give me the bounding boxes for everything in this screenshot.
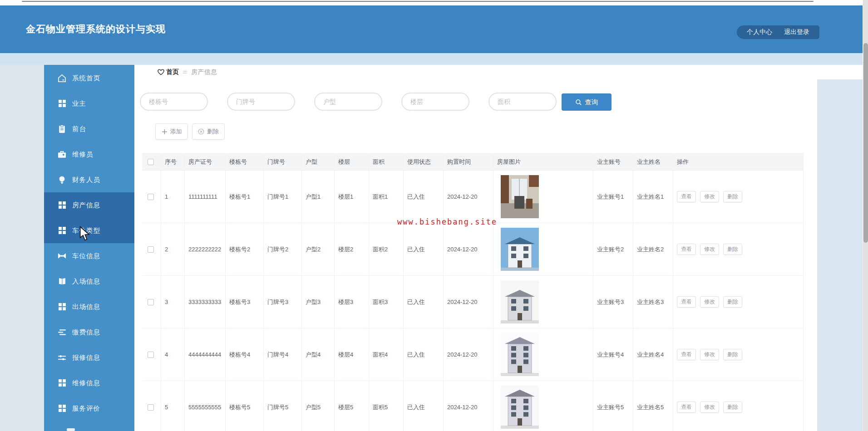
cell-seq: 2 xyxy=(161,223,185,275)
sidebar-item-3[interactable]: 前台 xyxy=(44,116,134,142)
sidebar-item-1[interactable]: 系统首页 xyxy=(44,65,134,91)
cell-owner_account: 业主账号2 xyxy=(593,223,633,275)
column-header-door: 门牌号 xyxy=(264,154,302,170)
edit-button[interactable]: 修改 xyxy=(700,402,719,413)
row-checkbox[interactable] xyxy=(148,194,154,200)
select-all-checkbox[interactable] xyxy=(148,159,154,165)
cell-unit_type: 户型2 xyxy=(302,223,335,275)
cell-floor: 楼层4 xyxy=(335,328,369,381)
sidebar-item-4[interactable]: 维修员 xyxy=(44,142,134,167)
cell-seq: 5 xyxy=(161,381,185,431)
cell-photo xyxy=(493,381,593,431)
cell-status: 已入住 xyxy=(404,223,444,275)
delete-row-button[interactable]: 删除 xyxy=(723,244,742,255)
sidebar-item-8[interactable]: 车位信息 xyxy=(44,243,134,269)
cell-door: 门牌号4 xyxy=(264,328,302,381)
scrollbar[interactable] xyxy=(863,0,868,431)
search-input-area[interactable] xyxy=(488,93,557,111)
delete-row-button[interactable]: 删除 xyxy=(723,349,742,360)
sidebar-item-label: 报修信息 xyxy=(72,353,100,362)
house-photo xyxy=(501,386,539,429)
cell-owner_name: 业主姓名1 xyxy=(633,171,673,223)
cell-owner_name: 业主姓名2 xyxy=(633,223,673,275)
search-input-unit-type[interactable] xyxy=(314,93,382,111)
search-input-floor[interactable] xyxy=(401,93,469,111)
sidebar-item-label: 房产信息 xyxy=(72,201,100,210)
edit-button[interactable]: 修改 xyxy=(700,349,719,360)
clipboard-icon xyxy=(58,125,66,133)
cell-area: 面积1 xyxy=(369,171,404,223)
sidebar: 系统首页业主前台维修员财务人员房产信息车位类型车位信息入场信息出场信息缴费信息报… xyxy=(44,65,134,431)
row-checkbox[interactable] xyxy=(148,404,154,411)
cell-photo xyxy=(493,276,593,328)
profile-link[interactable]: 个人中心 xyxy=(747,28,772,36)
scrollbar-thumb[interactable] xyxy=(863,43,868,243)
sidebar-item-6[interactable]: 房产信息 xyxy=(44,192,134,218)
cell-unit_type: 户型1 xyxy=(302,171,335,223)
cell-status: 已入住 xyxy=(404,276,444,328)
home-icon xyxy=(58,74,66,83)
sidebar-item-2[interactable]: 业主 xyxy=(44,91,134,116)
edit-button[interactable]: 修改 xyxy=(700,191,719,202)
cell-building: 楼栋号1 xyxy=(226,171,264,223)
sidebar-item-label: 业主 xyxy=(72,99,86,108)
row-checkbox[interactable] xyxy=(148,246,154,253)
breadcrumb-current: 房产信息 xyxy=(191,68,217,76)
column-header-cert: 房产证号 xyxy=(185,154,226,170)
sidebar-item-13[interactable]: 维修信息 xyxy=(44,370,134,396)
bowtie-icon xyxy=(58,252,66,260)
edit-button[interactable]: 修改 xyxy=(700,296,719,308)
grid-icon xyxy=(58,201,66,210)
search-icon xyxy=(575,99,582,106)
sidebar-item-12[interactable]: 报修信息 xyxy=(44,345,134,370)
breadcrumb-home[interactable]: 首页 xyxy=(158,68,179,76)
search-button[interactable]: 查询 xyxy=(562,93,612,111)
sidebar-item-5[interactable]: 财务人员 xyxy=(44,167,134,192)
breadcrumb-home-label: 首页 xyxy=(166,68,179,76)
delete-row-button[interactable]: 删除 xyxy=(723,191,742,202)
sidebar-item-label: 缴费信息 xyxy=(72,328,100,337)
cell-unit_type: 户型4 xyxy=(302,328,335,381)
cell-building: 楼栋号5 xyxy=(226,381,264,431)
cell-cert: 2222222222 xyxy=(185,223,226,275)
cell-status: 已入住 xyxy=(404,381,444,431)
row-checkbox[interactable] xyxy=(148,352,154,358)
cell-date: 2024-12-20 xyxy=(444,171,493,223)
add-button[interactable]: 添加 xyxy=(155,123,188,140)
cell-photo xyxy=(493,171,593,223)
column-header-status: 使用状态 xyxy=(404,154,444,170)
cell-check xyxy=(142,276,161,328)
view-button[interactable]: 查看 xyxy=(677,349,696,360)
delete-button[interactable]: 删除 xyxy=(192,123,225,140)
edit-button[interactable]: 修改 xyxy=(700,244,719,255)
sidebar-item-10[interactable]: 出场信息 xyxy=(44,294,134,319)
partial-menu-icon xyxy=(67,428,75,431)
cell-door: 门牌号1 xyxy=(264,171,302,223)
sidebar-item-9[interactable]: 入场信息 xyxy=(44,269,134,294)
cell-area: 面积4 xyxy=(369,328,404,381)
row-checkbox[interactable] xyxy=(148,299,154,305)
view-button[interactable]: 查看 xyxy=(677,296,696,308)
sidebar-item-14[interactable]: 服务评价 xyxy=(44,396,134,421)
view-button[interactable]: 查看 xyxy=(677,402,696,413)
sidebar-item-11[interactable]: 缴费信息 xyxy=(44,319,134,345)
cell-status: 已入住 xyxy=(404,171,444,223)
cell-check xyxy=(142,223,161,275)
cell-actions: 查看修改删除 xyxy=(673,328,804,381)
column-header-floor: 楼层 xyxy=(335,154,369,170)
cell-owner_name: 业主姓名5 xyxy=(633,381,673,431)
delete-row-button[interactable]: 删除 xyxy=(723,296,742,308)
logout-link[interactable]: 退出登录 xyxy=(784,28,809,36)
window-top-strip xyxy=(0,0,863,5)
cell-owner_name: 业主姓名4 xyxy=(633,328,673,381)
search-input-door[interactable] xyxy=(227,93,295,111)
search-input-building[interactable] xyxy=(140,93,208,111)
cell-seq: 1 xyxy=(161,171,185,223)
view-button[interactable]: 查看 xyxy=(677,244,696,255)
cell-seq: 3 xyxy=(161,276,185,328)
lines-icon xyxy=(58,328,66,337)
column-header-area: 面积 xyxy=(369,154,404,170)
delete-row-button[interactable]: 删除 xyxy=(723,402,742,413)
search-button-label: 查询 xyxy=(585,98,598,107)
view-button[interactable]: 查看 xyxy=(677,191,696,202)
